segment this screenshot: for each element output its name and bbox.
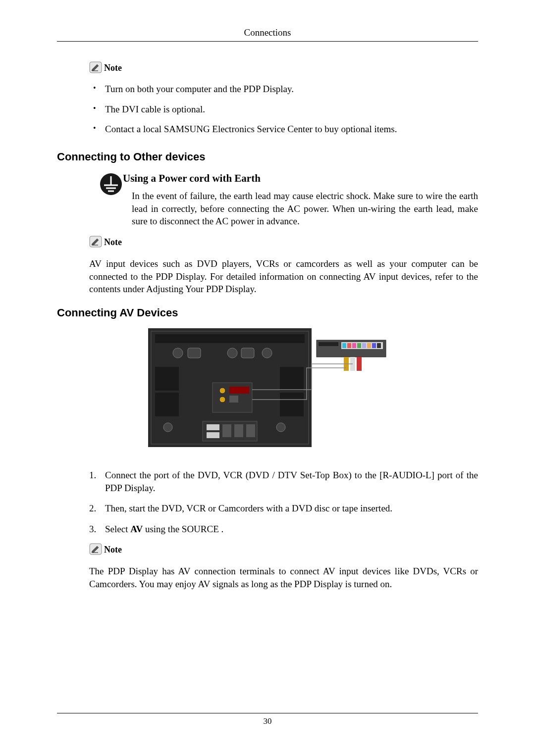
- list-item: The DVI cable is optional.: [89, 103, 478, 116]
- steps-list: 1. Connect the port of the DVD, VCR (DVD…: [89, 469, 478, 536]
- final-body: The PDP Display has AV connection termin…: [89, 565, 478, 590]
- svg-rect-45: [357, 357, 362, 371]
- av-note-body: AV input devices such as DVD players, VC…: [89, 257, 478, 296]
- step-text: Then, start the DVD, VCR or Camcorders w…: [105, 503, 392, 513]
- note-label: Note: [89, 61, 478, 73]
- svg-rect-37: [352, 343, 356, 348]
- svg-point-10: [173, 348, 183, 358]
- list-item: 2. Then, start the DVD, VCR or Camcorder…: [89, 502, 478, 515]
- earth-heading: Using a Power cord with Earth: [123, 172, 478, 185]
- svg-rect-36: [347, 343, 351, 348]
- svg-rect-18: [280, 393, 304, 416]
- svg-rect-41: [372, 343, 376, 348]
- svg-rect-11: [188, 348, 201, 358]
- svg-rect-38: [357, 343, 361, 348]
- svg-point-14: [262, 348, 272, 358]
- av-connection-diagram: [148, 328, 387, 449]
- page-footer: 30: [57, 713, 478, 726]
- note-text: Note: [104, 63, 122, 73]
- svg-point-21: [219, 397, 225, 403]
- note-pencil-icon: [89, 543, 102, 555]
- svg-rect-35: [342, 343, 346, 348]
- earth-body: In the event of failure, the earth lead …: [132, 190, 478, 228]
- page-header: Connections: [57, 27, 478, 42]
- svg-point-24: [163, 423, 172, 432]
- svg-rect-27: [207, 432, 219, 438]
- svg-rect-29: [234, 424, 243, 437]
- section-heading-other-devices: Connecting to Other devices: [57, 151, 478, 163]
- list-item: 3. Select AV using the SOURCE .: [89, 523, 478, 536]
- svg-rect-16: [155, 393, 179, 416]
- svg-rect-9: [155, 334, 305, 343]
- svg-rect-26: [207, 424, 219, 430]
- svg-rect-17: [280, 367, 304, 391]
- step-text-pre: Select: [105, 524, 130, 534]
- bullet-list-1: Turn on both your computer and the PDP D…: [89, 83, 478, 136]
- note-label: Note: [89, 543, 478, 555]
- svg-point-20: [219, 388, 225, 394]
- svg-rect-15: [155, 367, 179, 391]
- ground-earth-icon: [99, 172, 123, 196]
- svg-rect-40: [367, 343, 371, 348]
- note-text: Note: [104, 237, 122, 248]
- svg-rect-23: [229, 396, 238, 403]
- step-text-post: using the SOURCE .: [143, 524, 223, 534]
- step-text: Connect the port of the DVD, VCR (DVD / …: [105, 470, 478, 493]
- note-pencil-icon: [89, 236, 102, 248]
- svg-rect-30: [246, 424, 255, 437]
- list-item: Turn on both your computer and the PDP D…: [89, 83, 478, 96]
- note-pencil-icon: [89, 61, 102, 73]
- note-text: Note: [104, 545, 122, 555]
- page-number: 30: [264, 716, 272, 726]
- svg-point-31: [276, 423, 285, 432]
- svg-rect-28: [222, 424, 231, 437]
- section-heading-av-devices: Connecting AV Devices: [57, 306, 478, 319]
- svg-rect-13: [241, 348, 254, 358]
- svg-point-12: [227, 348, 237, 358]
- svg-rect-42: [377, 343, 381, 348]
- list-item: Contact a local SAMSUNG Electronics Serv…: [89, 123, 478, 136]
- note-label: Note: [89, 236, 478, 248]
- svg-rect-22: [229, 387, 249, 394]
- svg-rect-39: [362, 343, 366, 348]
- list-item: 1. Connect the port of the DVD, VCR (DVD…: [89, 469, 478, 494]
- step-text-bold: AV: [130, 524, 143, 534]
- svg-rect-33: [319, 342, 338, 346]
